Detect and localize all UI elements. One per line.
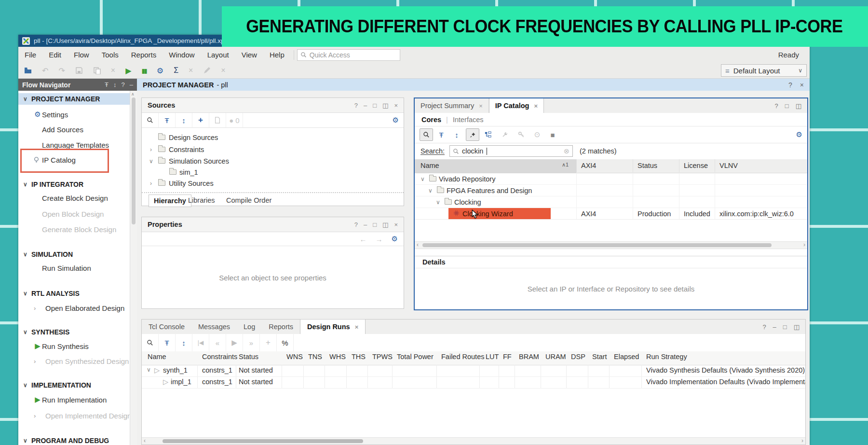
col-lut[interactable]: LUT [486, 353, 499, 361]
chevron-right-icon[interactable]: › [150, 146, 152, 153]
flow-section-program-and-debug[interactable]: ∨ PROGRAM AND DEBUG [18, 435, 130, 445]
col-start[interactable]: Start [592, 353, 607, 361]
float-icon[interactable]: ◫ [796, 102, 801, 110]
col-ff[interactable]: FF [503, 353, 512, 361]
save-icon[interactable] [75, 67, 83, 74]
stop-icon[interactable]: ■ [545, 126, 560, 143]
flow-section-ip-integrator[interactable]: ∨ IP INTEGRATOR [18, 179, 130, 190]
scroll-left-icon[interactable]: ‹ [144, 437, 146, 444]
scroll-left-icon[interactable]: ‹ [417, 241, 419, 248]
flow-section-rtl-analysis[interactable]: ∨ RTL ANALYSIS [18, 288, 130, 299]
column-header-axi4[interactable]: AXI4 [581, 162, 596, 169]
chevron-down-icon[interactable]: ∨ [23, 251, 27, 258]
tree-item-simulation-sources[interactable]: ∨ Simulation Sources [142, 155, 404, 167]
menu-tools[interactable]: Tools [95, 47, 125, 63]
gear-icon[interactable]: ⚙ [393, 116, 399, 125]
minimize-icon[interactable]: – [773, 323, 776, 331]
scroll-right-icon[interactable]: › [801, 437, 803, 444]
menu-reports[interactable]: Reports [125, 47, 163, 63]
col-total-power[interactable]: Total Power [397, 353, 434, 361]
float-icon[interactable]: ◫ [382, 221, 388, 228]
col-dsp[interactable]: DSP [571, 353, 585, 361]
column-header-vlnv[interactable]: VLNV [719, 162, 738, 169]
col-constraints[interactable]: Constraints [202, 353, 237, 361]
menu-edit[interactable]: Edit [42, 47, 68, 63]
forward-arrow-icon[interactable]: → [376, 235, 383, 243]
nav-item-open-block-design[interactable]: Open Block Design [18, 208, 130, 220]
nav-item-open-implemented-design[interactable]: › Open Implemented Design [18, 410, 130, 421]
license-key-icon[interactable] [513, 126, 529, 143]
expand-all-icon[interactable]: ↕ [176, 113, 192, 127]
column-header-license[interactable]: License [684, 162, 708, 169]
open-folder-icon[interactable] [24, 67, 32, 74]
column-header-name[interactable]: Name [420, 162, 439, 169]
chevron-right-icon[interactable]: › [150, 180, 152, 187]
flow-section-project-manager[interactable]: ∨ PROJECT MANAGER [18, 93, 130, 105]
expand-all-icon[interactable]: ↕ [113, 81, 117, 88]
chevron-down-icon[interactable]: ∨ [23, 382, 27, 389]
maximize-icon[interactable]: □ [373, 102, 377, 109]
nav-item-settings[interactable]: ⚙ Settings [18, 109, 130, 120]
nav-item-create-block-design[interactable]: Create Block Design [18, 192, 130, 204]
scrollbar-thumb[interactable] [132, 97, 136, 224]
maximize-icon[interactable]: □ [373, 221, 377, 228]
help-icon[interactable]: ? [775, 102, 778, 110]
clear-search-icon[interactable]: ⊗ [564, 147, 570, 155]
nav-item-generate-block-design[interactable]: Generate Block Design [18, 223, 130, 235]
tab-tcl-console[interactable]: Tcl Console [142, 320, 191, 334]
properties-panel-header[interactable]: Properties ? – □ ◫ × [142, 217, 404, 232]
hierarchy-view-icon[interactable] [479, 126, 497, 143]
run-icon[interactable]: ▶ [125, 66, 131, 75]
bottom-horizontal-scrollbar[interactable]: ‹ › [142, 437, 805, 445]
gear-icon[interactable]: ⚙ [392, 235, 398, 243]
col-run-strategy[interactable]: Run Strategy [646, 353, 687, 361]
chevron-down-icon[interactable]: ∨ [428, 187, 433, 194]
column-header-status[interactable]: Status [637, 162, 657, 169]
col-name[interactable]: Name [148, 353, 166, 361]
minimize-icon[interactable]: – [364, 221, 367, 228]
col-ths[interactable]: THS [352, 353, 366, 361]
file-icon[interactable] [214, 117, 221, 124]
help-icon[interactable]: ? [788, 81, 792, 89]
subtab-interfaces[interactable]: Interfaces [453, 116, 484, 124]
float-icon[interactable]: ◫ [794, 323, 800, 331]
tab-reports[interactable]: Reports [262, 320, 300, 334]
close-icon[interactable]: × [534, 102, 538, 110]
nav-item-open-elaborated-design[interactable]: › Open Elaborated Design [18, 302, 130, 314]
chevron-down-icon[interactable]: ∨ [23, 329, 27, 335]
step-back-icon[interactable]: « [209, 334, 226, 351]
abort-icon[interactable]: × [221, 66, 225, 75]
tab-ip-catalog[interactable]: IP Catalog × [489, 98, 544, 113]
flow-navigator-scrollbar[interactable]: ∧ [130, 91, 137, 445]
col-tns[interactable]: TNS [308, 353, 322, 361]
col-elapsed[interactable]: Elapsed [614, 353, 639, 361]
tree-item-design-sources[interactable]: Design Sources [142, 132, 404, 143]
col-wns[interactable]: WNS [286, 353, 303, 361]
menu-window[interactable]: Window [163, 47, 201, 63]
nav-item-run-simulation[interactable]: Run Simulation [18, 262, 130, 274]
sigma-icon[interactable]: Σ [174, 66, 178, 75]
subtab-cores[interactable]: Cores [421, 116, 441, 124]
back-arrow-icon[interactable]: ← [360, 235, 367, 243]
chevron-down-icon[interactable]: ∨ [23, 96, 27, 102]
expand-all-icon[interactable]: ↕ [176, 334, 192, 351]
menu-layout[interactable]: Layout [201, 47, 235, 63]
undo-icon[interactable]: ↶ [42, 66, 48, 75]
ip-horizontal-scrollbar[interactable]: ‹ › [415, 241, 807, 249]
tree-item-vivado-repository[interactable]: ∨ Vivado Repository [415, 173, 807, 185]
tree-item-sim-1[interactable]: sim_1 [142, 167, 404, 178]
step-forward-icon[interactable]: » [243, 334, 260, 351]
close-icon[interactable]: × [394, 221, 398, 228]
run-row-impl-1[interactable]: ▷ impl_1 constrs_1 Not started Vivado Im… [142, 376, 805, 389]
pause-icon[interactable]: ▮▮ [141, 67, 146, 74]
tree-item-constraints[interactable]: › Constraints [142, 144, 404, 155]
col-bram[interactable]: BRAM [519, 353, 539, 361]
help-icon[interactable]: ? [354, 102, 358, 109]
maximize-icon[interactable]: □ [785, 102, 789, 110]
menu-flow[interactable]: Flow [68, 47, 95, 63]
layout-selector[interactable]: ≡ Default Layout ∨ [721, 64, 807, 77]
nav-item-open-synthesized-design[interactable]: › Open Synthesized Design [18, 355, 130, 367]
minimize-icon[interactable]: – [364, 102, 367, 109]
cancel-icon[interactable]: × [189, 66, 193, 75]
tab-log[interactable]: Log [237, 320, 262, 334]
